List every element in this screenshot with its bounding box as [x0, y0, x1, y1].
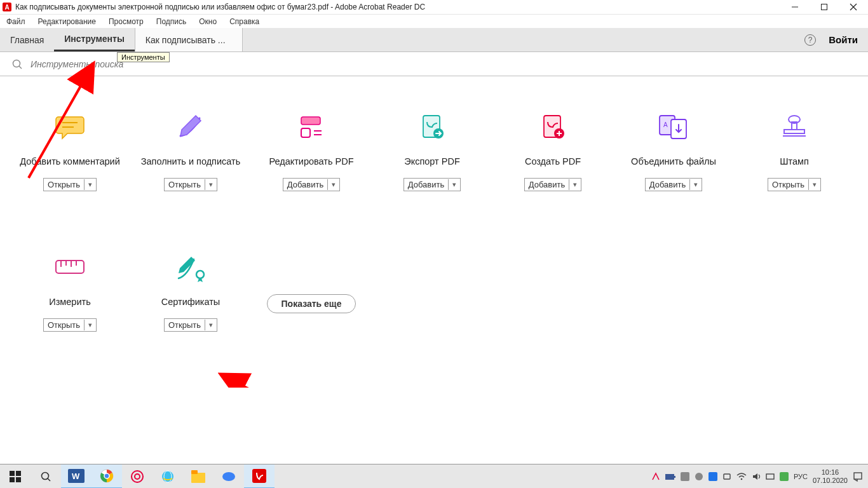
menu-sign[interactable]: Подпись [150, 17, 193, 26]
export-pdf-icon [417, 108, 447, 146]
tray-time: 10:16 [813, 468, 848, 476]
tool-fill-sign[interactable]: Заполнить и подписать Открыть▾ [130, 108, 251, 191]
tool-add-button[interactable]: Добавить▾ [283, 178, 340, 191]
chevron-down-icon[interactable]: ▾ [569, 179, 581, 190]
taskbar-word[interactable]: W [61, 464, 92, 489]
tool-open-button[interactable]: Открыть▾ [43, 318, 97, 332]
taskbar-ie[interactable] [153, 464, 183, 489]
tab-document[interactable]: Как подписывать ... [135, 28, 243, 51]
menu-window[interactable]: Окно [193, 17, 223, 26]
show-more-button[interactable]: Показать еще [267, 294, 356, 313]
tool-label: Измерить [49, 289, 90, 315]
menubar: Файл Редактирование Просмотр Подпись Окн… [0, 14, 868, 28]
tool-stamp[interactable]: Штамп Открыть▾ [734, 108, 855, 191]
tray-icon[interactable] [722, 472, 731, 481]
tray-wifi-icon[interactable] [736, 473, 747, 480]
menu-view[interactable]: Просмотр [102, 17, 150, 26]
tab-home[interactable]: Главная [0, 28, 54, 51]
svg-rect-60 [780, 472, 789, 481]
svg-rect-36 [16, 477, 21, 482]
svg-rect-54 [681, 472, 689, 481]
chevron-down-icon[interactable]: ▾ [448, 179, 460, 190]
tray-icon[interactable] [780, 472, 789, 481]
tool-certificates[interactable]: Сертификаты Открыть▾ [130, 248, 251, 332]
svg-point-30 [196, 271, 204, 278]
svg-rect-9 [301, 128, 310, 137]
tool-measure[interactable]: Измерить Открыть▾ [10, 248, 130, 332]
pen-icon [175, 108, 206, 146]
tray-icon[interactable] [681, 472, 689, 481]
window-title: Как подписывать документы электронной по… [15, 3, 425, 11]
tool-open-button[interactable]: Открыть▾ [164, 178, 217, 191]
svg-line-5 [19, 66, 22, 69]
tray-icon[interactable] [709, 472, 717, 481]
start-button[interactable] [0, 464, 31, 489]
signin-button[interactable]: Войти [829, 34, 858, 45]
search-input[interactable] [29, 58, 194, 70]
tool-add-button[interactable]: Добавить▾ [524, 178, 581, 191]
chevron-down-icon[interactable]: ▾ [689, 179, 702, 190]
tray-volume-icon[interactable] [752, 472, 761, 481]
tray-icon[interactable] [665, 473, 675, 480]
chevron-down-icon[interactable]: ▾ [84, 179, 96, 190]
tool-label: Объединить файлы [631, 149, 716, 174]
tray-icon[interactable] [651, 472, 660, 481]
menu-help[interactable]: Справка [223, 17, 266, 26]
tray-icon[interactable] [695, 472, 703, 481]
chevron-down-icon[interactable]: ▾ [205, 320, 217, 330]
tool-open-button[interactable]: Открыть▾ [164, 318, 217, 332]
ruler-icon [53, 248, 86, 287]
taskbar-app-2[interactable] [214, 464, 244, 489]
svg-rect-8 [301, 117, 320, 125]
taskbar-explorer[interactable] [183, 464, 214, 489]
tool-open-button[interactable]: Открыть▾ [43, 178, 97, 191]
tool-open-button[interactable]: Открыть▾ [768, 178, 821, 191]
svg-point-37 [42, 472, 49, 479]
window-titlebar: A Как подписывать документы электронной … [0, 0, 868, 14]
tray-clock[interactable]: 10:16 07.10.2020 [813, 468, 848, 484]
svg-point-58 [741, 478, 743, 480]
tool-label: Сертификаты [161, 289, 220, 315]
svg-line-38 [48, 478, 50, 481]
close-button[interactable] [839, 0, 868, 14]
taskbar-acrobat[interactable] [244, 464, 275, 489]
tray-language[interactable]: РУС [794, 473, 808, 480]
tab-tools[interactable]: Инструменты [54, 28, 135, 51]
tool-add-button[interactable]: Добавить▾ [403, 178, 461, 191]
tool-label: Заполнить и подписать [141, 149, 241, 174]
tool-add-comment[interactable]: Добавить комментарий Открыть▾ [10, 108, 130, 191]
tool-row-1: Добавить комментарий Открыть▾ Заполнить … [0, 108, 868, 191]
tray-icon[interactable] [766, 472, 775, 481]
minimize-button[interactable] [780, 0, 810, 14]
svg-point-43 [104, 473, 109, 478]
chevron-down-icon[interactable]: ▾ [327, 179, 339, 190]
svg-text:A: A [663, 121, 668, 128]
tool-label: Редактировать PDF [269, 149, 353, 174]
svg-rect-1 [822, 4, 827, 10]
chevron-down-icon[interactable]: ▾ [808, 179, 820, 190]
svg-line-32 [240, 384, 356, 388]
tool-add-button[interactable]: Добавить▾ [645, 178, 702, 191]
svg-rect-56 [709, 472, 717, 481]
menu-edit[interactable]: Редактирование [32, 17, 102, 26]
tool-create-pdf[interactable]: Создать PDF Добавить▾ [492, 108, 613, 191]
svg-rect-33 [10, 471, 15, 476]
taskbar-app-1[interactable] [122, 464, 153, 489]
chevron-down-icon[interactable]: ▾ [205, 179, 217, 190]
tool-combine-files[interactable]: A Объединить файлы Добавить▾ [613, 108, 734, 191]
taskbar-search[interactable] [31, 464, 61, 489]
menu-file[interactable]: Файл [0, 17, 32, 26]
tool-show-more-container: Показать еще [251, 248, 372, 332]
search-icon [11, 58, 23, 70]
tool-edit-pdf[interactable]: Редактировать PDF Добавить▾ [251, 108, 372, 191]
tray-notifications-icon[interactable] [853, 471, 863, 482]
taskbar-chrome[interactable] [92, 464, 122, 489]
chevron-down-icon[interactable]: ▾ [84, 320, 96, 330]
svg-point-45 [135, 474, 140, 479]
maximize-button[interactable] [810, 0, 839, 14]
help-icon[interactable]: ? [804, 34, 816, 46]
svg-point-44 [132, 471, 143, 482]
svg-rect-35 [10, 477, 15, 482]
svg-rect-57 [724, 474, 730, 479]
tool-export-pdf[interactable]: Экспорт PDF Добавить▾ [372, 108, 492, 191]
